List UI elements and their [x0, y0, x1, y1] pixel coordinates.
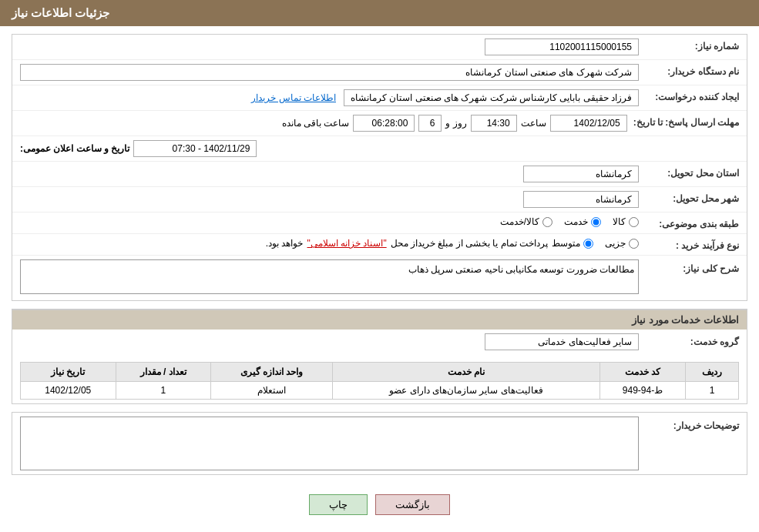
buyer-notes-textarea[interactable] — [20, 417, 639, 470]
col-header-row: ردیف — [686, 363, 739, 382]
purchase-type-content: جزیی متوسط پرداخت تمام یا بخشی از مبلغ خ… — [20, 238, 639, 249]
radio-jozi[interactable] — [629, 239, 639, 249]
need-number-row: شماره نیاز: 1102001115000155 — [12, 35, 747, 60]
print-button[interactable]: چاپ — [309, 494, 368, 515]
services-table: ردیف کد خدمت نام خدمت واحد اندازه گیری ت… — [20, 362, 739, 400]
category-radio-group: کالا خدمت کالا/خدمت — [500, 216, 639, 227]
category-option-khedmat[interactable]: خدمت — [564, 216, 601, 227]
purchase-highlight: "اسناد خزانه اسلامی" — [307, 238, 386, 249]
table-row: 1 ط-94-949 فعالیت‌های سایر سازمان‌های دا… — [21, 382, 739, 400]
radio-kala-label: کالا — [613, 216, 626, 227]
services-section-title: اطلاعات خدمات مورد نیاز — [12, 309, 747, 330]
purchase-option-motavasset[interactable]: متوسط — [552, 238, 593, 249]
city-value: کرمانشاه — [523, 191, 639, 208]
buyer-org-row: نام دستگاه خریدار: شرکت شهرک های صنعتی ا… — [12, 60, 747, 85]
cell-date: 1402/12/05 — [21, 382, 116, 400]
main-info-section: شماره نیاز: 1102001115000155 نام دستگاه … — [12, 34, 747, 301]
purchase-option-jozi[interactable]: جزیی — [605, 238, 639, 249]
cell-name: فعالیت‌های سایر سازمان‌های دارای عضو — [333, 382, 600, 400]
province-label: استان محل تحویل: — [639, 166, 739, 179]
province-value: کرمانشاه — [523, 166, 639, 182]
city-content: کرمانشاه — [20, 191, 639, 208]
radio-khedmat-label: خدمت — [564, 216, 588, 227]
group-row: گروه خدمت: سایر فعالیت‌های خدماتی — [12, 330, 747, 354]
buyer-org-label: نام دستگاه خریدار: — [639, 64, 739, 77]
need-number-content: 1102001115000155 — [20, 38, 639, 55]
radio-motavasset[interactable] — [583, 239, 593, 249]
cell-code: ط-94-949 — [599, 382, 685, 400]
purchase-radio-group: جزیی متوسط — [552, 238, 639, 249]
province-row: استان محل تحویل: کرمانشاه — [12, 162, 747, 187]
col-header-unit: واحد اندازه گیری — [210, 363, 332, 382]
group-value: سایر فعالیت‌های خدماتی — [485, 333, 639, 350]
description-content — [20, 259, 639, 296]
purchase-type-label: نوع فرآیند خرید : — [639, 238, 739, 251]
page-wrapper: جزئیات اطلاعات نیاز شماره نیاز: 11020011… — [0, 0, 759, 532]
deadline-row: مهلت ارسال پاسخ: تا تاریخ: 1402/12/05 سا… — [12, 111, 747, 136]
creator-value: فرزاد حقیقی بابایی کارشناس شرکت شهرک های… — [344, 89, 639, 106]
need-number-value: 1102001115000155 — [485, 38, 639, 55]
services-section: اطلاعات خدمات مورد نیاز گروه خدمت: سایر … — [12, 309, 747, 404]
creator-label: ایجاد کننده درخواست: — [639, 89, 739, 102]
page-header: جزئیات اطلاعات نیاز — [0, 0, 759, 26]
category-label: طبقه بندی موضوعی: — [639, 216, 739, 229]
response-date: 1402/12/05 — [550, 115, 627, 132]
cell-quantity: 1 — [116, 382, 210, 400]
city-row: شهر محل تحویل: کرمانشاه — [12, 187, 747, 212]
col-header-name: نام خدمت — [333, 363, 600, 382]
creator-row: ایجاد کننده درخواست: فرزاد حقیقی بابایی … — [12, 85, 747, 111]
group-label: گروه خدمت: — [639, 336, 739, 347]
buyer-notes-row: توضیحات خریدار: — [12, 413, 747, 474]
col-header-quantity: تعداد / مقدار — [116, 363, 210, 382]
response-time-label: ساعت — [521, 118, 546, 129]
radio-jozi-label: جزیی — [605, 238, 626, 249]
category-option-kala[interactable]: کالا — [613, 216, 639, 227]
description-row: شرح کلی نیاز: — [12, 256, 747, 300]
services-table-wrapper: ردیف کد خدمت نام خدمت واحد اندازه گیری ت… — [12, 354, 747, 403]
content-area: شماره نیاز: 1102001115000155 نام دستگاه … — [0, 26, 759, 532]
radio-kala-khedmat[interactable] — [542, 217, 552, 227]
radio-kala-khedmat-label: کالا/خدمت — [500, 216, 539, 227]
category-content: کالا خدمت کالا/خدمت — [20, 216, 639, 227]
category-row: طبقه بندی موضوعی: کالا خدمت — [12, 212, 747, 234]
buyer-org-value: شرکت شهرک های صنعتی استان کرمانشاه — [20, 64, 639, 81]
back-button[interactable]: بازگشت — [375, 494, 450, 515]
description-label: شرح کلی نیاز: — [639, 259, 739, 274]
description-textarea[interactable] — [20, 259, 639, 294]
cell-row: 1 — [686, 382, 739, 400]
city-label: شهر محل تحویل: — [639, 191, 739, 204]
radio-motavasset-label: متوسط — [552, 238, 580, 249]
remaining-time: 06:28:00 — [353, 115, 415, 132]
days-value: 6 — [418, 115, 442, 132]
purchase-suffix: خواهد بود. — [266, 238, 304, 249]
purchase-note: پرداخت تمام یا بخشی از مبلغ خریداز محل — [391, 238, 548, 249]
category-option-kala-khedmat[interactable]: کالا/خدمت — [500, 216, 552, 227]
purchase-type-row: نوع فرآیند خرید : جزیی متوسط پرداخت تمام… — [12, 234, 747, 256]
buyer-org-content: شرکت شهرک های صنعتی استان کرمانشاه — [20, 64, 639, 81]
remaining-label: ساعت باقی مانده — [282, 118, 350, 129]
deadline-content: 1402/12/05 ساعت 14:30 روز و 6 06:28:00 س… — [20, 115, 627, 132]
announcement-date-row: 1402/11/29 - 07:30 تاریخ و ساعت اعلان عم… — [12, 136, 747, 162]
creator-content: فرزاد حقیقی بابایی کارشناس شرکت شهرک های… — [20, 89, 639, 106]
date-label: تاریخ و ساعت اعلان عمومی: — [20, 143, 129, 154]
buyer-notes-label: توضیحات خریدار: — [639, 417, 739, 431]
days-label: روز و — [445, 118, 466, 129]
response-time: 14:30 — [471, 115, 517, 132]
buyer-notes-content — [20, 417, 639, 470]
radio-khedmat[interactable] — [591, 217, 601, 227]
province-content: کرمانشاه — [20, 166, 639, 182]
button-row: بازگشت چاپ — [12, 483, 747, 527]
cell-unit: استعلام — [210, 382, 332, 400]
buyer-notes-section: توضیحات خریدار: — [12, 412, 747, 475]
contact-link[interactable]: اطلاعات تماس خریدار — [251, 92, 336, 103]
need-number-label: شماره نیاز: — [639, 38, 739, 52]
col-header-code: کد خدمت — [599, 363, 685, 382]
deadline-label: مهلت ارسال پاسخ: تا تاریخ: — [627, 115, 739, 128]
page-title: جزئیات اطلاعات نیاز — [12, 6, 109, 19]
col-header-date: تاریخ نیاز — [21, 363, 116, 382]
announcement-date: 1402/11/29 - 07:30 — [133, 140, 257, 157]
radio-kala[interactable] — [629, 217, 639, 227]
